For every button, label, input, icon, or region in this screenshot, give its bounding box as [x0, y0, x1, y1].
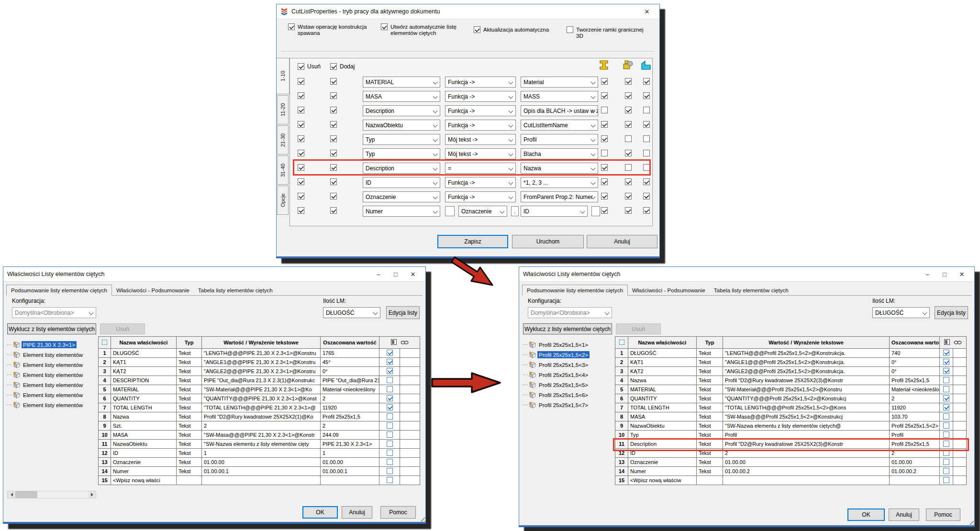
value-combo[interactable]: *1, 2, 3 ... — [521, 177, 598, 188]
table-row[interactable]: 2KĄT1Tekst"ANGLE1@@@Profil 25x25x1,5<2>@… — [615, 358, 967, 367]
zapisz-button[interactable]: Zapisz — [437, 235, 508, 248]
maximize-icon[interactable]: □ — [387, 267, 404, 281]
row-dodaj-checkbox[interactable] — [330, 78, 337, 85]
value-combo[interactable]: Material — [521, 77, 598, 88]
expression-cell[interactable]: "ANGLE1@@@Profil 25x25x1,5<2>@Konstrukcj… — [723, 358, 890, 367]
close-icon[interactable]: ✕ — [953, 267, 970, 281]
type-cell[interactable]: Tekst — [697, 431, 723, 440]
option-checkbox[interactable] — [288, 23, 295, 30]
scrollbar-thumb[interactable] — [15, 491, 37, 498]
link-checkbox[interactable] — [943, 468, 949, 474]
option-checkbox[interactable] — [474, 26, 480, 33]
anuluj-button[interactable]: Anuluj — [889, 509, 919, 521]
expression-cell[interactable]: Profil "D2@Rury kwadratowe 25X25X2(3)@Ko… — [723, 440, 890, 449]
property-name-cell[interactable]: ID — [628, 449, 697, 458]
value-combo[interactable]: FromParent Prop.2: Numer — [521, 191, 598, 202]
row-usun-checkbox[interactable] — [298, 92, 304, 99]
remove-button[interactable]: Usuń — [616, 323, 661, 334]
configuration-combo[interactable]: Domyślna<Obrobiona> — [528, 307, 612, 318]
expression-cell[interactable]: "QUANTITY@@@PIPE 21,30 X 2.3<1>@Konst — [202, 394, 321, 403]
property-combo[interactable]: ID — [363, 177, 440, 188]
function-combo[interactable]: Oznaczenie — [458, 206, 507, 217]
link-checkbox[interactable] — [387, 450, 393, 456]
property-name-cell[interactable]: QUANTITY — [111, 394, 177, 403]
value-combo[interactable]: CutListItemName — [521, 120, 598, 131]
expression-cell[interactable]: "ANGLE2@@@Profil 25x25x1,5<2>@Konstrukcj… — [723, 367, 890, 376]
type-cell[interactable]: Tekst — [697, 467, 723, 476]
type-profile-checkbox[interactable] — [601, 78, 608, 85]
value-combo[interactable]: MASS — [521, 91, 598, 102]
link-checkbox[interactable] — [387, 468, 393, 474]
scroll-left-icon[interactable] — [8, 491, 15, 498]
tree-horizontal-scrollbar[interactable] — [7, 491, 96, 498]
link-checkbox[interactable] — [943, 386, 949, 392]
table-row[interactable]: 14NumerTekst01.00.00.101.00.00.1 — [99, 467, 420, 476]
title-bar[interactable]: Właściwości Listy elementów ciętych –□✕ — [519, 267, 974, 282]
table-row[interactable]: 15<Wpisz nową właści — [99, 476, 420, 485]
type-cell[interactable] — [177, 476, 202, 485]
property-name-cell[interactable]: DŁUGOŚĆ — [628, 349, 697, 358]
tab-właściwości[interactable]: Właściwości - Podsumowanie — [112, 285, 194, 295]
edit-list-button[interactable]: Edycja listy — [386, 306, 420, 319]
option-checkbox[interactable] — [381, 23, 388, 30]
property-name-cell[interactable]: QUANTITY — [628, 394, 697, 403]
type-cell[interactable]: Tekst — [177, 431, 202, 440]
column-options-icon[interactable] — [944, 340, 950, 346]
row-dodaj-checkbox[interactable] — [330, 107, 337, 113]
expression-cell[interactable]: "QUANTITY@@@Profil 25x25x1,5<2>@Konstruk… — [723, 394, 890, 403]
table-row[interactable]: 10TypTekstProfilProfil — [615, 431, 967, 440]
tree-item[interactable]: Element listy elementów — [13, 350, 84, 359]
property-combo[interactable]: Typ — [363, 148, 440, 159]
type-cell[interactable]: Tekst — [177, 440, 202, 449]
tab-podsumowanie[interactable]: Podsumowanie listy elementów ciętych — [522, 285, 628, 296]
resize-grip[interactable] — [968, 519, 974, 525]
tree-item[interactable]: Profil 25x25x1,5<6> — [529, 390, 590, 399]
link-checkbox[interactable] — [387, 359, 393, 365]
expression-cell[interactable]: 1 — [202, 449, 321, 458]
value-combo[interactable]: Profil — [521, 134, 598, 145]
property-name-cell[interactable]: Description — [628, 440, 697, 449]
link-checkbox[interactable] — [943, 377, 949, 383]
property-combo[interactable]: Description — [363, 163, 440, 174]
pomoc-button[interactable]: Pomoc — [380, 506, 416, 519]
type-cell[interactable]: Tekst — [177, 358, 202, 367]
expression-cell[interactable]: Profil "D2@Rury kwadratowe 25X25X2(1)@Ko — [202, 412, 321, 421]
type-pipe-checkbox[interactable] — [625, 107, 632, 113]
function-combo[interactable]: Funkcja -> — [445, 105, 516, 116]
row-usun-checkbox[interactable] — [298, 193, 304, 199]
property-name-cell[interactable]: KĄT1 — [111, 358, 177, 367]
row-dodaj-checkbox[interactable] — [330, 150, 337, 156]
expression-cell[interactable]: 2 — [723, 449, 890, 458]
expression-cell[interactable]: "TOTAL LENGTH@@@PIPE 21,30 X 2.3<1>@ — [202, 403, 321, 412]
property-name-cell[interactable]: MATERIAL — [111, 385, 177, 394]
type-sheet-checkbox[interactable] — [643, 164, 650, 171]
expression-cell[interactable]: PIPE "Out_dia@Rura 21.3 X 2.3(1)@Konstru… — [202, 376, 321, 385]
table-row[interactable]: 5MATERIALTekst"SW-Materiał@@@Profil 25x2… — [615, 385, 967, 394]
ok-button[interactable]: OK — [847, 509, 885, 521]
expression-cell[interactable] — [723, 476, 890, 485]
type-pipe-checkbox[interactable] — [625, 121, 632, 128]
expression-cell[interactable]: "SW-Materiał@@@Profil 25x25x1,5<2>@Konst… — [723, 385, 890, 394]
property-combo[interactable]: MATERIAL — [363, 77, 440, 88]
property-name-cell[interactable]: Nazwa — [628, 376, 697, 385]
type-sheet-checkbox[interactable] — [643, 150, 650, 156]
link-checkbox[interactable] — [943, 422, 949, 429]
value-combo[interactable]: ID — [521, 206, 588, 217]
side-tab-21-30[interactable]: 21-30 — [277, 125, 289, 155]
type-cell[interactable]: Tekst — [697, 458, 723, 467]
tree-item[interactable]: Profil 25x25x1,5<7> — [529, 400, 590, 409]
type-pipe-checkbox[interactable] — [625, 164, 632, 171]
tree-item[interactable]: Profil 25x25x1,5<4> — [529, 370, 590, 379]
property-name-cell[interactable]: ID — [111, 449, 177, 458]
expression-cell[interactable]: 2 — [202, 421, 321, 431]
side-tab-1-10[interactable]: 1-10 — [277, 58, 290, 94]
property-name-cell[interactable]: KĄT2 — [111, 367, 177, 376]
table-row[interactable]: 10MASATekst"SW-Masa@@@PIPE 21,30 X 2.3<1… — [99, 431, 420, 440]
table-row[interactable]: 6QUANTITYTekst"QUANTITY@@@PIPE 21,30 X 2… — [99, 394, 420, 403]
row-dodaj-checkbox[interactable] — [330, 121, 337, 128]
function-combo[interactable]: Funkcja -> — [445, 191, 516, 202]
qty-combo[interactable]: DŁUGOŚĆ — [872, 307, 930, 318]
function-combo[interactable]: Mój tekst -> — [445, 148, 516, 159]
expression-cell[interactable]: "SW-Nazwa elementu z listy elementów cię… — [202, 440, 321, 449]
property-name-cell[interactable]: DŁUGOŚĆ — [111, 349, 177, 358]
